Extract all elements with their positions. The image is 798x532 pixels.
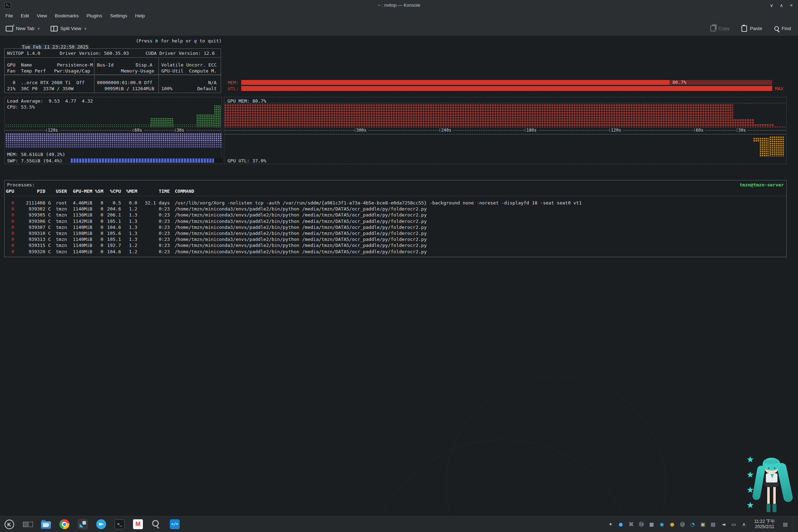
process-sm: 0	[94, 230, 103, 236]
menu-file[interactable]: File	[1, 10, 17, 21]
taskbar-pager-icon[interactable]	[21, 517, 35, 531]
konsole-icon	[115, 519, 125, 529]
gpu-utl-percent-text: GPU UTL: 37.0%	[227, 158, 266, 164]
mem-swap-history-graph	[6, 142, 221, 148]
process-gpu: 0	[5, 224, 14, 230]
tray-icons: ✦●⌘Ⓜ▦◉●@◔▣▤◄▭∧	[607, 516, 747, 532]
keyboard-layout-icon[interactable]: ▦	[648, 516, 655, 532]
volume-icon[interactable]: ◄	[720, 516, 727, 532]
taskbar-telegram-icon[interactable]	[94, 517, 108, 531]
taskbar-vscode-icon[interactable]	[168, 517, 182, 531]
menu-edit[interactable]: Edit	[17, 10, 33, 21]
process-sm: 0	[94, 200, 103, 206]
taskbar-dolphin-icon[interactable]	[39, 517, 53, 531]
gpu-mem-level-line	[225, 103, 786, 103]
email-notifier-icon[interactable]: @	[679, 516, 686, 532]
process-user: tmzn	[56, 224, 71, 230]
process-type: C	[48, 212, 53, 218]
process-gpu: 0	[5, 200, 14, 206]
process-type: C	[48, 242, 53, 248]
cpu-history-graph	[151, 118, 173, 127]
menu-bookmarks[interactable]: Bookmarks	[51, 10, 83, 21]
gpu-mem-bar-fill	[241, 80, 670, 85]
split-view-button[interactable]: Split View ∨	[51, 26, 87, 31]
clipboard-icon[interactable]: ▣	[700, 516, 706, 532]
network-icon[interactable]: ◉	[659, 516, 665, 532]
gpu-utl-bar	[241, 86, 772, 91]
process-pid: 939310	[16, 230, 45, 236]
taskbar-launcher-icon[interactable]	[2, 517, 16, 531]
kde-connect-icon[interactable]: ●	[618, 516, 624, 532]
process-command: /home/tmzn/miniconda3/envs/paddle2/bin/p…	[175, 249, 783, 255]
process-user: tmzn	[56, 212, 71, 218]
messages-icon[interactable]: Ⓜ	[638, 516, 644, 532]
chevron-down-icon[interactable]: ∨	[37, 27, 40, 30]
gmail-icon	[133, 519, 143, 529]
taskbar-editor-icon[interactable]	[76, 517, 90, 531]
updates-icon[interactable]: ▤	[710, 516, 716, 532]
notifications-icon[interactable]: ✦	[607, 516, 614, 532]
panel-settings-icon[interactable]: ▤	[782, 521, 788, 527]
menu-plugins[interactable]: Plugins	[83, 10, 106, 21]
terminal-screen[interactable]: Tue Feb 11 23:22:50 2025 (Press h for he…	[0, 36, 798, 516]
process-gpu_mem: 4.46MiB	[73, 200, 95, 206]
menu-settings[interactable]: Settings	[106, 10, 131, 21]
taskbar-konsole-icon[interactable]	[112, 517, 127, 531]
star-icon[interactable]: ★	[744, 453, 757, 467]
taskbar-clock[interactable]: 11:22 下午 2025/2/11	[751, 519, 778, 530]
dolphin-icon	[41, 521, 51, 529]
window-titlebar[interactable]: >_ ~ : nvitop — Konsole ∨ ∧ ×	[0, 0, 798, 10]
process-row: 02111408Groot4.46MiB00.50.032.1 days/usr…	[0, 200, 798, 206]
clock-time: 11:22 下午	[754, 519, 775, 524]
input-method-icon[interactable]: ⌘	[628, 516, 634, 532]
gpu-row-power: 21% 30C P0 337W / 350W	[7, 86, 74, 92]
process-command: /home/tmzn/miniconda3/envs/paddle2/bin/p…	[175, 212, 783, 218]
process-cpu: 206.1	[105, 212, 121, 218]
process-pid: 2111408	[16, 200, 45, 206]
gpu-row-name: 0 ..orce RTX 2080 Ti Off	[7, 80, 85, 86]
cpu-history-graph	[197, 115, 214, 127]
axis-label-120s: 120s	[46, 128, 59, 133]
process-cpu: 0.5	[105, 200, 121, 206]
gpu-util-history-graph	[760, 138, 769, 156]
toolbar-left: New Tab ∨ Split View ∨	[0, 26, 87, 31]
taskbar-apps	[0, 517, 182, 531]
column-header-user: USER	[56, 188, 71, 194]
minimize-icon[interactable]: ∨	[768, 2, 775, 8]
browser-integration-icon[interactable]: ◔	[689, 516, 696, 532]
taskbar-search-icon[interactable]	[149, 517, 163, 531]
menu-view[interactable]: View	[33, 10, 51, 21]
process-pid: 939315	[16, 242, 45, 248]
taskbar-gmail-icon[interactable]	[131, 517, 145, 531]
desktop-character-widget[interactable]	[756, 456, 788, 513]
process-gpu_mem: 1140MiB	[73, 242, 95, 248]
mem-bar-label: MEM:	[228, 80, 239, 86]
process-pid: 939313	[16, 236, 45, 242]
process-pid: 939305	[16, 212, 45, 218]
star-icon[interactable]: ★	[744, 499, 757, 513]
find-button[interactable]: Find	[774, 26, 791, 31]
split-view-label: Split View	[60, 26, 81, 31]
process-type: C	[48, 249, 53, 255]
maximize-icon[interactable]: ∧	[778, 2, 785, 8]
show-desktop-button[interactable]	[793, 516, 796, 532]
column-header-mem: %MEM	[124, 188, 137, 194]
paste-button[interactable]: Paste	[741, 25, 762, 32]
search-icon	[774, 26, 779, 31]
wallet-icon[interactable]: ●	[669, 516, 675, 532]
display-icon[interactable]: ▭	[730, 516, 737, 532]
copy-button[interactable]: Copy	[710, 25, 730, 31]
process-cpu: 105.1	[105, 236, 121, 242]
process-time: 0:23	[141, 206, 170, 212]
tray-expander-icon[interactable]: ∧	[741, 516, 747, 532]
gpu-util-history-graph	[770, 137, 785, 156]
chevron-down-icon[interactable]: ∨	[84, 27, 87, 30]
close-icon[interactable]: ×	[788, 2, 794, 8]
menu-help[interactable]: Help	[131, 10, 149, 21]
taskbar-chrome-icon[interactable]	[57, 517, 71, 531]
processes-title: Processes:	[7, 182, 35, 188]
swap-usage-text: SWP: 7.55GiB (94.4%)	[7, 158, 63, 164]
process-time: 0:23	[141, 212, 170, 218]
new-tab-button[interactable]: New Tab ∨	[6, 26, 40, 31]
nvitop-version-line: NVITOP 1.4.0 Driver Version: 560.35.03 C…	[7, 50, 215, 56]
